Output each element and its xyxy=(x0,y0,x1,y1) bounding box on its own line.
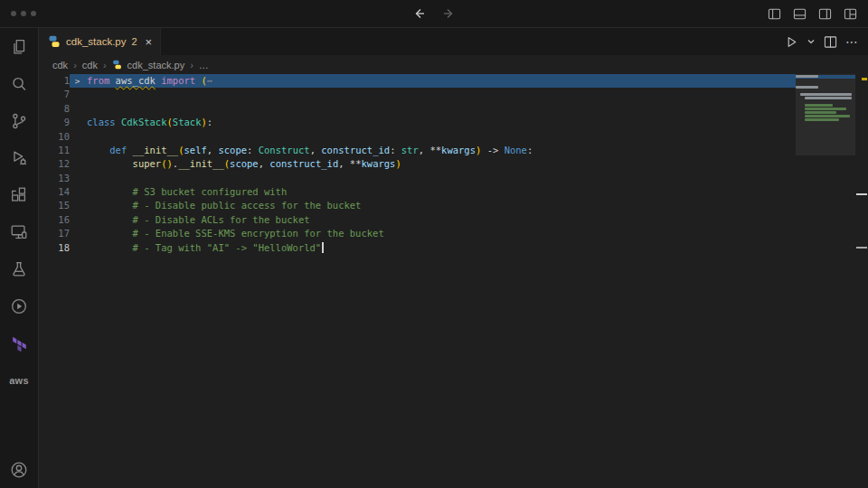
split-editor-icon[interactable] xyxy=(824,35,837,49)
breadcrumb-python-file-icon xyxy=(112,60,122,70)
tab-close-icon[interactable]: × xyxy=(146,36,153,48)
run-python-file-icon[interactable] xyxy=(785,35,798,49)
terraform-icon[interactable] xyxy=(0,324,38,361)
editor-group: cdk_stack.py 2 × ⋯ cdk › cdk › cdk_stack… xyxy=(39,28,868,488)
code-editor[interactable]: 1>from aws_cdk import (⋯789class CdkStac… xyxy=(39,74,868,488)
toggle-primary-sidebar-icon[interactable] xyxy=(768,7,781,21)
run-circle-icon[interactable] xyxy=(0,287,38,324)
history-nav xyxy=(0,0,868,27)
code-line[interactable]: 15 # - Disable public access for the buc… xyxy=(39,199,796,212)
breadcrumb: cdk › cdk › cdk_stack.py › … xyxy=(39,55,868,74)
text-cursor xyxy=(322,242,324,253)
tab-bar: cdk_stack.py 2 × ⋯ xyxy=(39,28,868,55)
titlebar xyxy=(0,0,868,28)
breadcrumb-item-folder[interactable]: cdk xyxy=(52,60,68,70)
line-number[interactable]: 15 xyxy=(39,199,70,212)
code-line[interactable]: 1>from aws_cdk import (⋯ xyxy=(39,74,796,88)
code-line[interactable]: 8 xyxy=(39,102,796,116)
tab-badge: 2 xyxy=(131,36,137,47)
aws-toolkit-icon[interactable]: aws xyxy=(0,361,38,399)
code-line[interactable]: 10 xyxy=(39,130,796,144)
code-line[interactable]: 17 # - Enable SSE-KMS encryption for the… xyxy=(39,227,796,240)
toggle-secondary-sidebar-icon[interactable] xyxy=(818,7,832,21)
more-actions-icon[interactable]: ⋯ xyxy=(845,34,859,49)
activity-bar: aws xyxy=(0,28,39,488)
line-number[interactable]: 14 xyxy=(39,185,70,199)
account-icon[interactable] xyxy=(0,451,38,488)
line-number[interactable]: 8 xyxy=(39,102,70,116)
line-number[interactable]: 13 xyxy=(39,172,70,185)
editor-actions: ⋯ xyxy=(785,28,859,55)
code-line[interactable]: 13 xyxy=(39,172,796,185)
line-number[interactable]: 18 xyxy=(39,241,70,255)
tab-label: cdk_stack.py xyxy=(66,36,126,47)
overview-ruler[interactable] xyxy=(855,74,868,488)
line-number[interactable]: 11 xyxy=(39,144,70,157)
code-line[interactable]: 12 super().__init__(scope, construct_id,… xyxy=(39,157,796,171)
back-icon[interactable] xyxy=(412,6,427,21)
code-line[interactable]: 16 # - Disable ACLs for the bucket xyxy=(39,213,796,227)
breadcrumb-separator-icon: › xyxy=(103,60,107,70)
search-icon[interactable] xyxy=(0,65,38,102)
code-line[interactable]: 18 # - Tag with "AI" -> "HelloWorld" xyxy=(39,241,796,255)
overview-warning-mark xyxy=(862,78,867,80)
code-lines[interactable]: 1>from aws_cdk import (⋯789class CdkStac… xyxy=(39,74,796,255)
line-number[interactable]: 7 xyxy=(39,88,70,101)
run-dropdown-chevron-icon[interactable] xyxy=(807,37,816,46)
python-file-icon xyxy=(48,35,61,48)
line-number[interactable]: 1 xyxy=(39,74,70,88)
extensions-icon[interactable] xyxy=(0,176,38,213)
run-and-debug-icon[interactable] xyxy=(0,139,38,176)
code-line[interactable]: 9class CdkStack(Stack): xyxy=(39,116,796,129)
breadcrumb-separator-icon: › xyxy=(73,60,77,70)
testing-beaker-icon[interactable] xyxy=(0,250,38,287)
breadcrumb-separator-icon: › xyxy=(190,60,193,70)
explorer-icon[interactable] xyxy=(0,28,38,65)
code-line[interactable]: 14 # S3 bucket configured with xyxy=(39,185,796,199)
minimap[interactable] xyxy=(796,75,855,122)
aws-logo-text: aws xyxy=(9,375,29,386)
overview-mark xyxy=(856,193,867,195)
forward-icon[interactable] xyxy=(441,6,456,21)
line-number[interactable]: 9 xyxy=(39,116,70,129)
breadcrumb-item-symbol[interactable]: … xyxy=(199,60,209,70)
customize-layout-icon[interactable] xyxy=(844,7,857,21)
breadcrumb-item-folder[interactable]: cdk xyxy=(82,60,98,70)
breadcrumb-item-file[interactable]: cdk_stack.py xyxy=(127,60,185,70)
fold-chevron-icon[interactable]: > xyxy=(70,74,85,88)
line-number[interactable]: 16 xyxy=(39,213,70,227)
source-control-icon[interactable] xyxy=(0,102,38,139)
toggle-panel-icon[interactable] xyxy=(793,7,807,21)
tab-cdk-stack-py[interactable]: cdk_stack.py 2 × xyxy=(39,28,161,55)
line-number[interactable]: 17 xyxy=(39,227,70,240)
code-line[interactable]: 11 def __init__(self, scope: Construct, … xyxy=(39,144,796,157)
line-number[interactable]: 12 xyxy=(39,157,70,171)
layout-controls xyxy=(768,0,857,27)
remote-explorer-icon[interactable] xyxy=(0,213,38,250)
vscode-window: aws cdk_stack.py 2 × ⋯ cdk › xyxy=(0,0,868,488)
code-line[interactable]: 7 xyxy=(39,88,796,101)
line-number[interactable]: 10 xyxy=(39,130,70,144)
overview-mark xyxy=(856,247,867,249)
